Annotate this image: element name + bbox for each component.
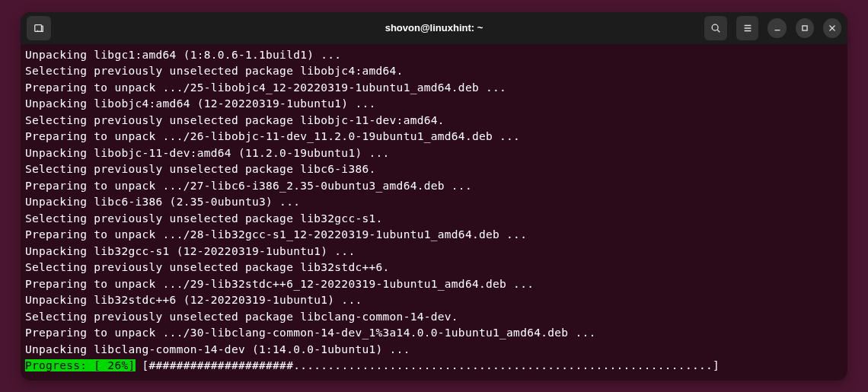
progress-percent: [ 26%] [87, 359, 135, 371]
terminal-line: Selecting previously unselected package … [25, 260, 843, 276]
terminal-line: Unpacking libobjc4:amd64 (12-20220319-1u… [25, 96, 843, 113]
search-button[interactable] [704, 16, 727, 40]
close-button[interactable] [823, 18, 841, 38]
progress-label: Progress: [25, 359, 87, 371]
close-icon [827, 23, 838, 33]
search-icon [710, 23, 721, 33]
terminal-line: Preparing to unpack .../29-lib32stdc++6_… [25, 276, 843, 293]
terminal-output: Unpacking libgc1:amd64 (1:8.0.6-1.1build… [25, 47, 843, 359]
svg-point-1 [712, 24, 718, 30]
terminal-body[interactable]: Unpacking libgc1:amd64 (1:8.0.6-1.1build… [21, 44, 847, 381]
terminal-line: Preparing to unpack .../26-libobjc-11-de… [25, 129, 843, 145]
terminal-line: Selecting previously unselected package … [25, 113, 843, 129]
terminal-line: Selecting previously unselected package … [25, 211, 843, 228]
progress-line: Progress: [ 26%] [#####################.… [25, 358, 843, 374]
maximize-button[interactable] [796, 18, 814, 38]
terminal-line: Preparing to unpack .../25-libobjc4_12-2… [25, 80, 843, 97]
terminal-line: Preparing to unpack .../27-libc6-i386_2.… [25, 178, 843, 195]
svg-rect-0 [35, 24, 42, 31]
hamburger-icon [742, 23, 753, 33]
terminal-line: Unpacking libobjc-11-dev:amd64 (11.2.0-1… [25, 145, 843, 162]
terminal-line: Unpacking libclang-common-14-dev (1:14.0… [25, 342, 843, 359]
titlebar: shovon@linuxhint: ~ [21, 12, 847, 44]
menu-button[interactable] [736, 16, 759, 40]
terminal-line: Unpacking lib32gcc-s1 (12-20220319-1ubun… [25, 244, 843, 260]
terminal-line: Preparing to unpack .../30-libclang-comm… [25, 325, 843, 342]
minimize-button[interactable] [767, 18, 786, 38]
terminal-line: Unpacking lib32stdc++6 (12-20220319-1ubu… [25, 292, 843, 309]
window-title: shovon@linuxhint: ~ [385, 22, 483, 33]
new-tab-button[interactable] [27, 16, 51, 40]
minimize-icon [772, 23, 783, 33]
terminal-line: Unpacking libgc1:amd64 (1:8.0.6-1.1build… [25, 47, 843, 64]
terminal-line: Selecting previously unselected package … [25, 161, 843, 178]
new-tab-icon [34, 23, 44, 33]
svg-rect-7 [803, 25, 807, 30]
terminal-window: shovon@linuxhint: ~ [21, 12, 847, 381]
terminal-line: Selecting previously unselected package … [25, 309, 843, 326]
progress-bar: [#####################..................… [136, 359, 727, 371]
terminal-line: Unpacking libc6-i386 (2.35-0ubuntu3) ... [25, 194, 843, 211]
terminal-line: Selecting previously unselected package … [25, 63, 843, 80]
maximize-icon [799, 23, 810, 33]
svg-line-2 [717, 30, 720, 32]
terminal-line: Preparing to unpack .../28-lib32gcc-s1_1… [25, 227, 843, 244]
